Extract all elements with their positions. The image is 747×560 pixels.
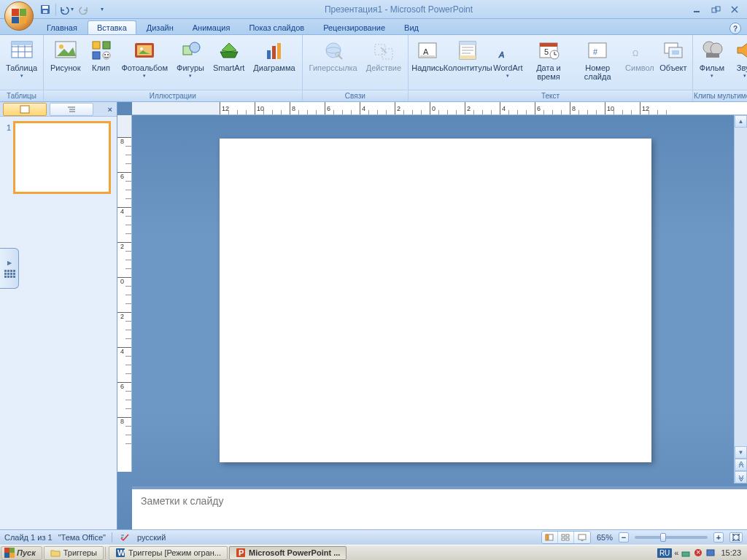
- svg-text:A: A: [423, 47, 429, 56]
- svg-rect-69: [566, 538, 569, 540]
- datetime-button[interactable]: 5 Дата и время: [525, 36, 571, 89]
- object-button[interactable]: Объект: [657, 36, 689, 89]
- taskbar-folder[interactable]: Триггеры: [44, 546, 104, 560]
- tab-design[interactable]: Дизайн: [138, 21, 182, 34]
- svg-rect-59: [706, 53, 719, 58]
- collapsed-pane-handle[interactable]: [0, 248, 19, 289]
- shapes-button[interactable]: Фигуры▾: [173, 36, 208, 89]
- svg-point-15: [59, 44, 63, 49]
- photoalbum-button[interactable]: Фотоальбом▾: [118, 36, 172, 89]
- save-button[interactable]: [38, 2, 53, 17]
- tab-animation[interactable]: Анимация: [184, 21, 239, 34]
- action-button[interactable]: Действие: [363, 36, 405, 89]
- slideshow-view-button[interactable]: [574, 532, 590, 543]
- ribbon-tabs: Главная Вставка Дизайн Анимация Показ сл…: [0, 19, 747, 35]
- taskbar-word[interactable]: W Триггеры [Режим огран...: [109, 546, 228, 560]
- taskbar-powerpoint[interactable]: P Microsoft PowerPoint ...: [229, 546, 347, 560]
- zoom-slider[interactable]: [635, 536, 708, 539]
- symbol-button[interactable]: Ω Символ: [624, 36, 656, 89]
- tab-review[interactable]: Рецензирование: [314, 21, 394, 34]
- svg-rect-28: [272, 46, 276, 59]
- zoom-out-button[interactable]: −: [619, 532, 629, 542]
- picture-button[interactable]: Рисунок: [47, 36, 85, 89]
- qat-customize-button[interactable]: ▾: [94, 2, 109, 17]
- smartart-button[interactable]: SmartArt: [209, 36, 248, 89]
- tray-icon-1[interactable]: [681, 548, 691, 558]
- close-button[interactable]: [727, 4, 743, 15]
- slide-thumbnail-1[interactable]: 1: [13, 121, 111, 194]
- vertical-scrollbar[interactable]: ▲ ▼: [734, 115, 747, 483]
- slidenumber-button[interactable]: # Номер слайда: [573, 36, 622, 89]
- tab-insert[interactable]: Вставка: [88, 20, 136, 34]
- slides-pane: × 1: [0, 102, 117, 545]
- sorter-view-button[interactable]: [558, 532, 574, 543]
- vertical-ruler[interactable]: 864202468: [117, 115, 132, 472]
- horizontal-ruler[interactable]: 12108642024681012: [132, 102, 747, 115]
- outline-tab[interactable]: [50, 103, 93, 116]
- normal-view-button[interactable]: [542, 532, 558, 543]
- undo-button[interactable]: ▾: [59, 2, 74, 17]
- chart-button[interactable]: Диаграмма: [249, 36, 298, 89]
- group-media-label: Клипы мультимедиа: [693, 90, 747, 101]
- language-bar[interactable]: RU: [657, 548, 672, 558]
- help-button[interactable]: ?: [729, 23, 741, 34]
- tab-view[interactable]: Вид: [395, 21, 427, 34]
- svg-text:A: A: [498, 50, 504, 59]
- svg-text:#: #: [593, 47, 598, 56]
- textbox-button[interactable]: A Надпись: [411, 36, 444, 89]
- next-slide-button[interactable]: [735, 471, 747, 483]
- view-buttons: [541, 531, 591, 544]
- hyperlink-button[interactable]: Гиперссылка: [306, 36, 361, 89]
- tray-icon-3[interactable]: [705, 548, 716, 558]
- theme-info: "Тема Office": [58, 533, 106, 542]
- wordart-button[interactable]: A WordArt▾: [492, 36, 524, 89]
- spellcheck-button[interactable]: [118, 532, 131, 543]
- sound-button[interactable]: Звук▾: [729, 36, 747, 89]
- redo-button[interactable]: [77, 2, 91, 17]
- svg-text:×: ×: [696, 548, 700, 556]
- svg-rect-56: [672, 50, 679, 55]
- tray-icon-2[interactable]: ×: [693, 548, 703, 558]
- slide-edit-area: 12108642024681012 864202468 ▲ ▼ Заметки …: [117, 102, 747, 545]
- group-illustrations-label: Иллюстрации: [44, 90, 302, 101]
- svg-rect-70: [578, 534, 586, 540]
- group-tables-label: Таблицы: [0, 90, 43, 101]
- svg-point-26: [190, 42, 200, 52]
- svg-rect-68: [562, 538, 565, 540]
- svg-rect-76: [682, 552, 689, 556]
- movie-button[interactable]: Фильм▾: [696, 36, 728, 89]
- quick-access-toolbar: ▾ ▾: [38, 0, 109, 18]
- zoom-level[interactable]: 65%: [597, 533, 613, 542]
- svg-point-58: [711, 43, 722, 55]
- windows-taskbar: Пуск Триггеры W Триггеры [Режим огран...…: [0, 545, 747, 560]
- svg-rect-67: [566, 534, 569, 537]
- fit-window-button[interactable]: [729, 532, 743, 542]
- slides-tab[interactable]: [3, 103, 47, 116]
- svg-rect-60: [20, 106, 29, 113]
- slide-canvas[interactable]: [220, 139, 651, 462]
- table-button[interactable]: Таблица▾: [3, 36, 40, 89]
- previous-slide-button[interactable]: [735, 459, 747, 471]
- tab-slideshow[interactable]: Показ слайдов: [240, 21, 313, 34]
- system-tray: RU « × 15:23: [657, 548, 747, 558]
- office-button[interactable]: [4, 1, 34, 31]
- restore-button[interactable]: [708, 4, 724, 15]
- tab-home[interactable]: Главная: [38, 21, 86, 34]
- svg-text:P: P: [239, 548, 244, 557]
- status-bar: Слайд 1 из 1 "Тема Office" русский 65% −…: [0, 529, 747, 545]
- zoom-in-button[interactable]: +: [713, 532, 724, 542]
- language-indicator[interactable]: русский: [137, 533, 166, 542]
- scroll-down-button[interactable]: ▼: [735, 446, 747, 459]
- svg-point-21: [107, 54, 109, 55]
- title-bar: ▾ ▾ Презентация1 - Microsoft PowerPoint: [0, 0, 747, 19]
- svg-rect-1: [42, 6, 48, 9]
- scroll-up-button[interactable]: ▲: [735, 115, 747, 128]
- svg-point-20: [104, 54, 106, 55]
- clock[interactable]: 15:23: [718, 548, 744, 557]
- tray-expand-button[interactable]: «: [674, 548, 678, 557]
- headerfooter-button[interactable]: Колонтитулы: [445, 36, 490, 89]
- minimize-button[interactable]: [689, 4, 705, 15]
- clipart-button[interactable]: Клип: [86, 36, 117, 89]
- close-pane-button[interactable]: ×: [108, 105, 112, 114]
- start-button[interactable]: Пуск: [1, 546, 42, 560]
